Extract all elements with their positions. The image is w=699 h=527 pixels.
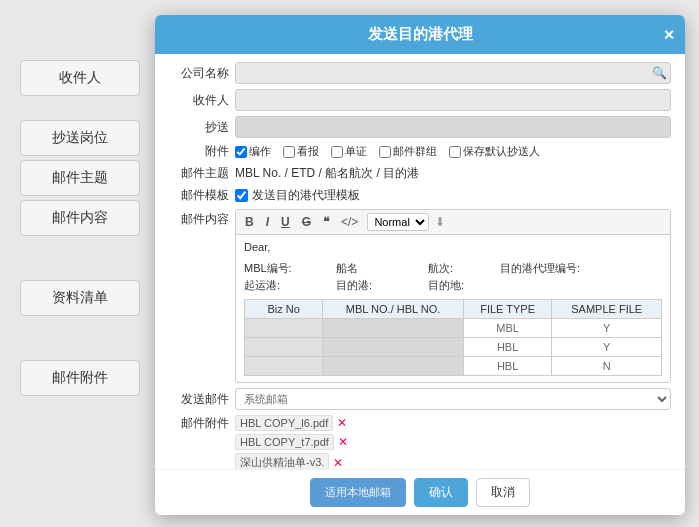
- template-checkbox-label: 发送目的港代理模板: [252, 187, 360, 204]
- attach-remove-button[interactable]: ✕: [338, 435, 348, 449]
- dest-port-label: 目的港:: [336, 278, 426, 293]
- document-table: Biz No MBL NO./ HBL NO. FILE TYPE SAMPLE…: [244, 299, 662, 376]
- cb-report[interactable]: [283, 146, 295, 158]
- sidebar-item-subject: 邮件主题: [20, 160, 140, 196]
- cell-file-type: HBL: [463, 357, 552, 376]
- send-from-label: 发送邮件: [169, 391, 229, 408]
- sidebar-item-checklist: 资料清单: [20, 280, 140, 316]
- cb-save[interactable]: [449, 146, 461, 158]
- editor-content[interactable]: Dear, MBL编号: 船名 航次: 目的港代理编号: 起运港: 目的港: 目…: [236, 235, 670, 382]
- attachments-label: 邮件附件: [169, 415, 229, 469]
- cell-mbl: [323, 338, 463, 357]
- cell-biz: [245, 357, 323, 376]
- cb-group-item: 邮件群组: [379, 144, 437, 159]
- company-input[interactable]: [235, 62, 671, 84]
- table-row: HBLN: [245, 357, 662, 376]
- sidebar-item-recipient: 收件人: [20, 60, 140, 96]
- cb-cert-item: 单证: [331, 144, 367, 159]
- cell-file-type: MBL: [463, 319, 552, 338]
- cb-report-label: 看报: [297, 144, 319, 159]
- cb-edit-label: 编作: [249, 144, 271, 159]
- cb-edit-item: 编作: [235, 144, 271, 159]
- company-label: 公司名称: [169, 65, 229, 82]
- apply-local-button[interactable]: 适用本地邮箱: [310, 478, 406, 507]
- subject-value: MBL No. / ETD / 船名航次 / 目的港: [235, 165, 671, 182]
- cb-report-item: 看报: [283, 144, 319, 159]
- strikethrough-button[interactable]: G: [299, 214, 314, 230]
- quote-button[interactable]: ❝: [320, 214, 332, 230]
- cell-biz: [245, 338, 323, 357]
- col-sample: SAMPLE FILE: [552, 300, 662, 319]
- modal-header: 发送目的港代理 ✕: [155, 15, 685, 54]
- editor-wrapper: B I U G ❝ </> Normal ⬇ Dear, MBL编号: 船名: [235, 209, 671, 383]
- checkbox-row: 附件 编作 看报 单证 邮件群组 保存默认抄送人: [169, 143, 671, 160]
- template-checkbox-wrapper: 发送目的港代理模板: [235, 187, 360, 204]
- modal-footer: 适用本地邮箱 确认 取消: [155, 469, 685, 515]
- agent-value: [500, 278, 662, 293]
- close-button[interactable]: ✕: [663, 27, 675, 43]
- editor-label: 邮件内容: [169, 209, 229, 228]
- mbl-info-grid: MBL编号: 船名 航次: 目的港代理编号: 起运港: 目的港: 目的地:: [244, 261, 662, 293]
- cc-input[interactable]: [235, 116, 671, 138]
- dest-label: 目的地:: [428, 278, 498, 293]
- editor-section: 邮件内容 B I U G ❝ </> Normal ⬇ Dear,: [169, 209, 671, 383]
- recipient-row: 收件人: [169, 89, 671, 111]
- send-from-row: 发送邮件 系统邮箱: [169, 388, 671, 410]
- company-row: 公司名称 🔍: [169, 62, 671, 84]
- confirm-button[interactable]: 确认: [414, 478, 468, 507]
- search-icon[interactable]: 🔍: [652, 66, 667, 80]
- attach-item: HBL COPY_l6.pdf✕: [235, 415, 671, 431]
- modal-body: 公司名称 🔍 收件人 抄送 附件 编作 看报: [155, 54, 685, 469]
- table-row: MBLY: [245, 319, 662, 338]
- subject-label: 邮件主题: [169, 165, 229, 182]
- modal-dialog: 发送目的港代理 ✕ 公司名称 🔍 收件人 抄送 附件 编作: [155, 15, 685, 515]
- style-arrow: ⬇: [435, 215, 445, 229]
- sidebar-item-cc: 抄送岗位: [20, 120, 140, 156]
- attach-item: HBL COPY_t7.pdf✕: [235, 434, 671, 450]
- company-input-wrapper: 🔍: [235, 62, 671, 84]
- cb-cert-label: 单证: [345, 144, 367, 159]
- editor-dear: Dear,: [244, 241, 662, 253]
- recipient-label: 收件人: [169, 92, 229, 109]
- attach-remove-button[interactable]: ✕: [333, 456, 343, 470]
- attach-name: HBL COPY_l6.pdf: [235, 415, 333, 431]
- code-button[interactable]: </>: [338, 214, 361, 230]
- mbl-label: MBL编号:: [244, 261, 334, 276]
- attach-remove-button[interactable]: ✕: [337, 416, 347, 430]
- cc-label: 抄送: [169, 119, 229, 136]
- modal-title: 发送目的港代理: [368, 25, 473, 42]
- col-file-type: FILE TYPE: [463, 300, 552, 319]
- sidebar-item-file-attach: 邮件附件: [20, 360, 140, 396]
- cb-save-label: 保存默认抄送人: [463, 144, 540, 159]
- attach-list: HBL COPY_l6.pdf✕HBL COPY_t7.pdf✕深山供精油单-v…: [235, 415, 671, 469]
- send-from-select[interactable]: 系统邮箱: [235, 388, 671, 410]
- italic-button[interactable]: I: [263, 214, 272, 230]
- attach-name: 深山供精油单-v3.: [235, 453, 329, 469]
- cb-group[interactable]: [379, 146, 391, 158]
- attach-name: HBL COPY_t7.pdf: [235, 434, 334, 450]
- cc-row: 抄送: [169, 116, 671, 138]
- cb-group-label: 邮件群组: [393, 144, 437, 159]
- cell-sample: Y: [552, 319, 662, 338]
- cell-sample: Y: [552, 338, 662, 357]
- col-mbl: MBL NO./ HBL NO.: [323, 300, 463, 319]
- template-checkbox[interactable]: [235, 189, 248, 202]
- editor-toolbar: B I U G ❝ </> Normal ⬇: [236, 210, 670, 235]
- style-select[interactable]: Normal: [367, 213, 429, 231]
- cell-file-type: HBL: [463, 338, 552, 357]
- col-biz: Biz No: [245, 300, 323, 319]
- cb-cert[interactable]: [331, 146, 343, 158]
- sidebar: 收件人 抄送岗位 邮件主题 邮件内容 资料清单 邮件附件: [20, 60, 140, 400]
- underline-button[interactable]: U: [278, 214, 293, 230]
- recipient-input[interactable]: [235, 89, 671, 111]
- cell-mbl: [323, 357, 463, 376]
- attachments-section: 邮件附件 HBL COPY_l6.pdf✕HBL COPY_t7.pdf✕深山供…: [169, 415, 671, 469]
- cancel-button[interactable]: 取消: [476, 478, 530, 507]
- template-row: 邮件模板 发送目的港代理模板: [169, 187, 671, 204]
- cb-edit[interactable]: [235, 146, 247, 158]
- cell-sample: N: [552, 357, 662, 376]
- bold-button[interactable]: B: [242, 214, 257, 230]
- cell-mbl: [323, 319, 463, 338]
- checkbox-main-label: 附件: [169, 143, 229, 160]
- voyage-label: 航次:: [428, 261, 498, 276]
